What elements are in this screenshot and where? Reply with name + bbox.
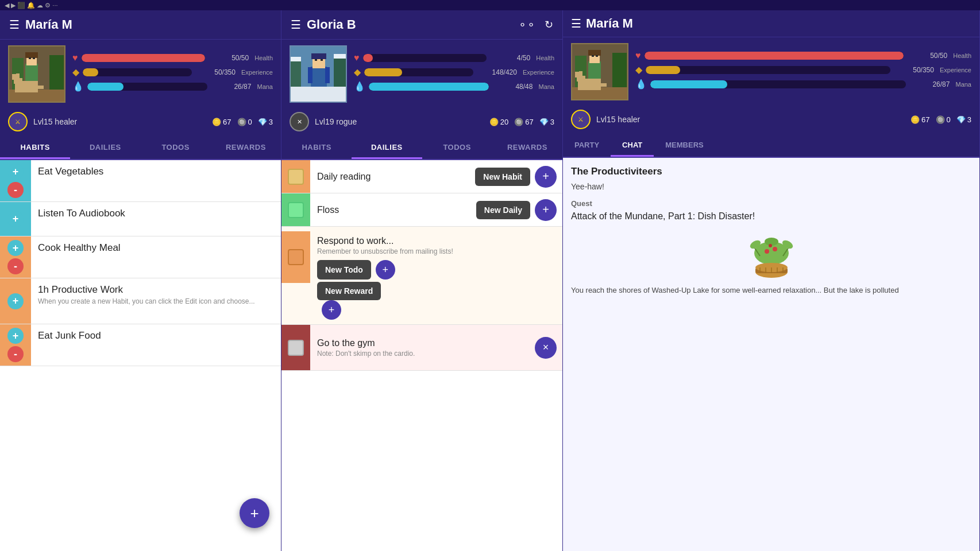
floss-circle-plus-btn[interactable]: +: [535, 199, 557, 221]
productive-plus-btn[interactable]: +: [7, 293, 24, 309]
audiobook-plus-btn[interactable]: +: [7, 211, 24, 227]
right-panel-title: María M: [586, 16, 633, 31]
left-health-label: 50/50: [209, 54, 249, 62]
reading-name: Daily reading: [317, 172, 468, 182]
left-tabs-bar: HABITS DAILIES TODOS REWARDS: [0, 137, 281, 160]
right-silver-coin-icon: 🔘: [936, 115, 945, 124]
right-avatar-sprite: [572, 44, 628, 100]
habit-row-junk: + - Eat Junk Food: [0, 324, 281, 366]
party-tab-party[interactable]: PARTY: [563, 135, 611, 157]
right-currency: 🪙 67 🔘 0 💎 3: [910, 115, 971, 124]
respond-reward-circle-plus-btn[interactable]: +: [322, 300, 341, 320]
left-mana-text: Mana: [257, 83, 273, 90]
floss-new-daily-btn[interactable]: New Daily: [476, 201, 530, 219]
right-hamburger-icon[interactable]: ☰: [571, 17, 581, 30]
right-gold: 🪙 67: [910, 115, 929, 124]
mid-avatar: [290, 45, 347, 103]
svg-rect-39: [592, 55, 594, 57]
respond-new-reward-area: New Reward +: [317, 282, 555, 320]
tab-habits-mid[interactable]: HABITS: [281, 137, 352, 159]
svg-rect-16: [291, 58, 301, 87]
svg-rect-7: [16, 73, 20, 78]
gym-text: Go to the gym Note: Don't skimp on the c…: [310, 333, 535, 362]
right-exp-row: ◆ 50/350 Experience: [635, 64, 971, 75]
mid-exp-label: 148/420: [477, 68, 517, 76]
svg-rect-33: [575, 72, 580, 77]
right-avatar: [571, 43, 628, 100]
reading-check[interactable]: [288, 169, 304, 185]
refresh-icon[interactable]: ↻: [545, 18, 553, 31]
respond-dropdown-area: New Todo +: [317, 260, 555, 280]
party-name: The Productiviteers: [571, 166, 971, 177]
cook-plus-btn[interactable]: +: [7, 240, 24, 256]
svg-point-58: [769, 244, 772, 247]
respond-new-todo-btn[interactable]: New Todo: [317, 260, 371, 280]
quest-label: Quest: [571, 199, 971, 208]
mid-hamburger-icon[interactable]: ☰: [291, 18, 301, 32]
eat-veg-text: Eat Vegetables: [31, 160, 281, 201]
tab-habits-left[interactable]: HABITS: [0, 137, 70, 159]
junk-plus-btn[interactable]: +: [7, 328, 24, 344]
left-hamburger-icon[interactable]: ☰: [9, 18, 20, 32]
gym-x-btn[interactable]: ×: [535, 337, 557, 359]
reading-text: Daily reading: [310, 167, 475, 187]
floss-check[interactable]: [288, 202, 304, 218]
tab-todos-mid[interactable]: TODOS: [422, 137, 492, 159]
left-silver: 🔘 0: [237, 118, 252, 126]
respond-text: Respond to work... Remember to unsubscri…: [310, 231, 562, 324]
left-level-text: Lvl15 healer: [33, 117, 77, 126]
mid-level-text: Lvl19 rogue: [315, 117, 357, 126]
quest-body: You reach the shores of Washed-Up Lake f…: [571, 285, 971, 296]
svg-rect-17: [334, 55, 346, 87]
mid-health-bar-wrap: [363, 54, 487, 62]
right-character-section: ♥ 50/50 Health ◆ 50/350: [563, 37, 979, 106]
respond-new-reward-btn[interactable]: New Reward: [317, 282, 381, 300]
cook-minus-btn[interactable]: -: [7, 258, 24, 274]
right-health-bar: [645, 52, 904, 60]
left-character-section: ♥ 50/50 Health ◆ 50/350: [0, 40, 281, 108]
right-diamond-exp-icon: ◆: [635, 64, 642, 75]
reading-circle-plus-btn[interactable]: +: [535, 166, 557, 188]
right-exp-bar: [646, 66, 680, 74]
reading-new-habit-btn[interactable]: New Habit: [475, 168, 530, 186]
mid-gold: 🪙 20: [489, 118, 508, 126]
respond-circle-plus-btn[interactable]: +: [376, 260, 395, 280]
junk-btn-col: + -: [0, 324, 31, 366]
diamond-icon: 💎: [258, 118, 267, 126]
eat-veg-plus-btn[interactable]: +: [7, 164, 24, 180]
mid-exp-bar-wrap: [364, 68, 473, 76]
gym-check[interactable]: [288, 340, 304, 356]
tab-rewards-left[interactable]: REWARDS: [211, 137, 281, 159]
reading-color-box: [281, 160, 310, 193]
main-layout: ☰ María M: [0, 10, 980, 551]
habit-row-eat-vegetables: + - Eat Vegetables: [0, 160, 281, 202]
right-gold-coin-icon: 🪙: [910, 115, 920, 124]
mid-health-text: Health: [536, 55, 554, 61]
right-heart-icon: ♥: [635, 51, 641, 61]
mid-silver-coin-icon: 🔘: [514, 118, 523, 126]
filter-icon[interactable]: ⚬⚬: [518, 18, 535, 31]
junk-text: Eat Junk Food: [31, 324, 281, 366]
quest-section: Quest Attack of the Mundane, Part 1: Dis…: [571, 199, 971, 296]
respond-sub: Remember to unsubscribe from mailing lis…: [317, 247, 555, 255]
silver-coin-icon: 🔘: [237, 118, 246, 126]
quest-image: [743, 227, 800, 279]
tab-rewards-mid[interactable]: REWARDS: [492, 137, 562, 159]
party-tab-members[interactable]: MEMBERS: [654, 135, 715, 157]
junk-minus-btn[interactable]: -: [7, 346, 24, 362]
tab-dailies-mid[interactable]: DAILIES: [352, 137, 422, 159]
habit-row-productive: + 1h Productive Work When you create a n…: [0, 278, 281, 324]
respond-check[interactable]: [288, 249, 304, 265]
panel-right: ☰ María M: [563, 10, 980, 551]
left-float-add-btn[interactable]: +: [240, 498, 269, 528]
svg-rect-22: [311, 53, 326, 59]
left-avatar: [8, 45, 65, 103]
mid-mana-text: Mana: [538, 83, 554, 90]
tab-todos-left[interactable]: TODOS: [141, 137, 211, 159]
tab-dailies-left[interactable]: DAILIES: [70, 137, 140, 159]
panel-left-header: ☰ María M: [0, 10, 281, 40]
svg-point-57: [773, 247, 777, 251]
party-tab-chat[interactable]: CHAT: [611, 135, 654, 157]
svg-rect-20: [311, 67, 327, 87]
eat-veg-minus-btn[interactable]: -: [7, 182, 24, 198]
